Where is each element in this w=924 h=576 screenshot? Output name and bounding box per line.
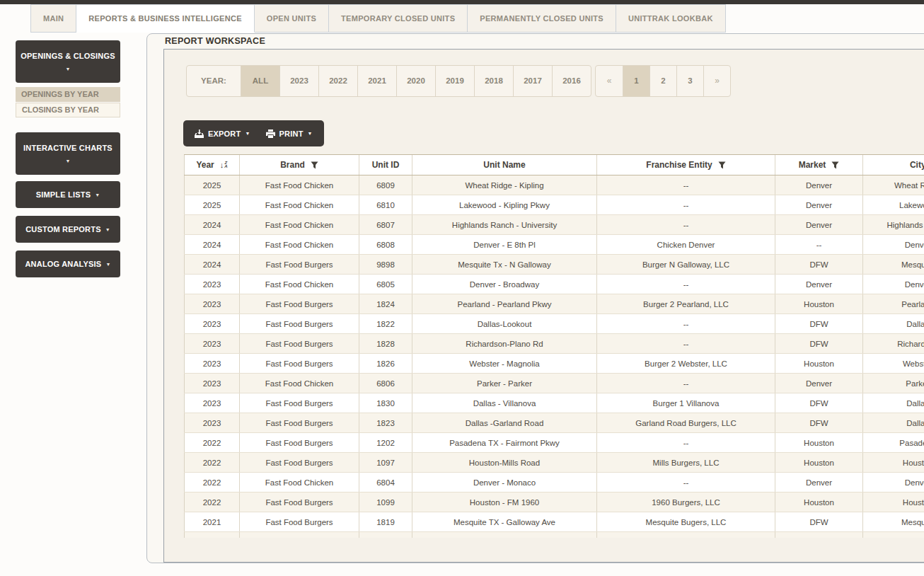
cell-city: Houston — [863, 453, 924, 473]
tab-strip: MAINREPORTS & BUSINESS INTELLIGENCEOPEN … — [30, 4, 726, 33]
column-header-city[interactable]: City — [863, 155, 924, 175]
table-header-row: Year↓ZABrandUnit IDUnit NameFranchise En… — [185, 155, 924, 175]
tab-main[interactable]: MAIN — [30, 4, 76, 33]
cell-unit-id: 1819 — [359, 512, 412, 532]
tab-open-units[interactable]: OPEN UNITS — [255, 4, 329, 33]
filter-icon — [718, 161, 726, 169]
cell-unit-id: 1099 — [359, 493, 412, 512]
sidebar-button-custom-reports[interactable]: CUSTOM REPORTS▼ — [16, 216, 120, 243]
cell-brand: Fast Food Burgers — [240, 314, 359, 334]
column-header-market[interactable]: Market — [775, 155, 863, 175]
sidebar-button-simple-lists[interactable]: SIMPLE LISTS▼ — [16, 181, 120, 208]
cell-unit-name: Webster - Magnolia — [412, 354, 597, 374]
sort-descending-icon: ↓ZA — [220, 161, 228, 169]
column-header-unit-name[interactable]: Unit Name — [412, 155, 597, 175]
year-option-2018[interactable]: 2018 — [474, 66, 513, 96]
year-option-2021[interactable]: 2021 — [357, 66, 396, 96]
tab-permanently-closed-units[interactable]: PERMANENTLY CLOSED UNITS — [468, 4, 616, 33]
cell-market: Houston — [775, 433, 863, 453]
column-header-label: Unit Name — [483, 160, 525, 170]
pagination-page-3[interactable]: 3 — [676, 66, 703, 96]
column-header-franchise-entity[interactable]: Franchise Entity — [597, 155, 775, 175]
sidebar-item-closings-by-year[interactable]: CLOSINGS BY YEAR — [16, 103, 120, 117]
cell-franchise-entity: Garland Road Burgers, LLC — [597, 413, 775, 433]
cell-franchise-entity: Burger N Galloway, LLC — [597, 255, 775, 275]
sidebar-button-openings-closings[interactable]: OPENINGS & CLOSINGS▼ — [16, 40, 120, 83]
pagination-page-2[interactable]: 2 — [649, 66, 676, 96]
cell-brand: Fast Food Burgers — [240, 413, 359, 433]
cell-city: Dallas — [863, 314, 924, 334]
table-row: 2025Fast Food Chicken6809Wheat Ridge - K… — [185, 175, 924, 195]
cell-franchise-entity: Burger 2 Webster, LLC — [597, 354, 775, 374]
cell-unit-name: Denver - E 8th Pl — [412, 235, 597, 255]
year-option-2017[interactable]: 2017 — [513, 66, 552, 96]
column-header-label: City — [910, 160, 924, 170]
cell-unit-name: Highlands Ranch - University — [412, 215, 597, 235]
cell-unit-name: Wheat Ridge - Kipling — [412, 175, 597, 195]
cell-unit-name: Mesquite TX - Galloway Ave — [412, 512, 597, 532]
tab-temporary-closed-units[interactable]: TEMPORARY CLOSED UNITS — [329, 4, 468, 33]
cell-market: Denver — [775, 374, 863, 393]
column-header-label: Unit ID — [372, 160, 400, 170]
cell-brand: Fast Food Burgers — [240, 453, 359, 473]
cell-city: Pasadena — [863, 433, 924, 453]
cell-franchise-entity: -- — [597, 334, 775, 354]
sidebar-button-interactive-charts[interactable]: INTERACTIVE CHARTS▼ — [16, 132, 120, 175]
cell-market: DFW — [775, 512, 863, 532]
cell-unit-name: Lakewood - Kipling Pkwy — [412, 195, 597, 215]
tab-unittrak-lookbak[interactable]: UNITTRAK LOOKBAK — [616, 4, 726, 33]
cell-brand: Fast Food Burgers — [240, 294, 359, 314]
cell-brand: Fast Food Chicken — [240, 215, 359, 235]
pagination-next-button[interactable]: » — [703, 66, 730, 96]
filter-icon — [311, 161, 318, 169]
column-header-inner: Unit ID — [372, 160, 400, 170]
cell-unit-id: 1202 — [359, 433, 412, 453]
year-option-2020[interactable]: 2020 — [396, 66, 435, 96]
chevron-down-icon: ▼ — [65, 159, 70, 163]
report-workspace-body: YEAR: ALL2023202220212020201920182017201… — [163, 49, 924, 563]
print-button[interactable]: PRINT ▼ — [266, 129, 313, 138]
cell-unit-name: Dallas -Garland Road — [412, 413, 597, 433]
year-option-2016[interactable]: 2016 — [552, 66, 591, 96]
chevron-down-icon: ▼ — [105, 262, 110, 267]
column-header-brand[interactable]: Brand — [240, 155, 359, 175]
cell-franchise-entity: -- — [597, 314, 775, 334]
year-option-2023[interactable]: 2023 — [279, 66, 318, 96]
cell-unit-id: 1824 — [359, 294, 412, 314]
report-workspace-panel: REPORT WORKSPACE YEAR: ALL20232022202120… — [146, 33, 924, 563]
cell-unit-id: 1830 — [359, 393, 412, 413]
cell-year: 2023 — [185, 275, 240, 294]
column-header-year[interactable]: Year↓ZA — [185, 155, 240, 175]
pagination-prev-button[interactable]: « — [596, 66, 623, 96]
column-header-unit-id[interactable]: Unit ID — [359, 155, 412, 175]
print-icon — [266, 129, 275, 138]
column-header-inner: Brand — [280, 160, 318, 170]
sidebar-button-analog-analysis[interactable]: ANALOG ANALYSIS▼ — [16, 250, 120, 277]
pagination: «123» — [595, 65, 731, 97]
export-button[interactable]: EXPORT ▼ — [195, 129, 250, 138]
sidebar-item-openings-by-year[interactable]: OPENINGS BY YEAR — [16, 87, 120, 102]
cell-unit-name: Pearland - Pearland Pkwy — [412, 294, 597, 314]
cell-year: 2021 — [185, 512, 240, 532]
cell-unit-name: Houston-Mills Road — [412, 453, 597, 473]
tab-reports-business-intelligence[interactable]: REPORTS & BUSINESS INTELLIGENCE — [76, 4, 255, 33]
cell-brand: Fast Food Chicken — [240, 374, 359, 393]
cell-franchise-entity: 1960 Burgers, LLC — [597, 493, 775, 512]
year-option-2019[interactable]: 2019 — [435, 66, 474, 96]
cell-year: 2023 — [185, 393, 240, 413]
sidebar-button-label: CUSTOM REPORTS — [25, 225, 101, 234]
cell-franchise-entity: -- — [597, 215, 775, 235]
cell-year: 2023 — [185, 413, 240, 433]
column-header-inner: City — [910, 160, 924, 170]
year-option-all[interactable]: ALL — [241, 66, 279, 96]
cell-unit-name: Richardson-Plano Rd — [412, 334, 597, 354]
table-row: 2022Fast Food Burgers1202Pasadena TX - F… — [185, 433, 924, 453]
cell-franchise-entity: Chicken Denver — [597, 235, 775, 255]
year-option-2022[interactable]: 2022 — [318, 66, 357, 96]
cell-city: Mesquite — [863, 512, 924, 532]
cell-franchise-entity: Mesquite Bugers, LLC — [597, 512, 775, 532]
cell-market: DFW — [775, 314, 863, 334]
page-title: REPORT WORKSPACE — [165, 36, 265, 46]
cell-city — [863, 532, 924, 538]
pagination-page-1[interactable]: 1 — [623, 66, 649, 96]
